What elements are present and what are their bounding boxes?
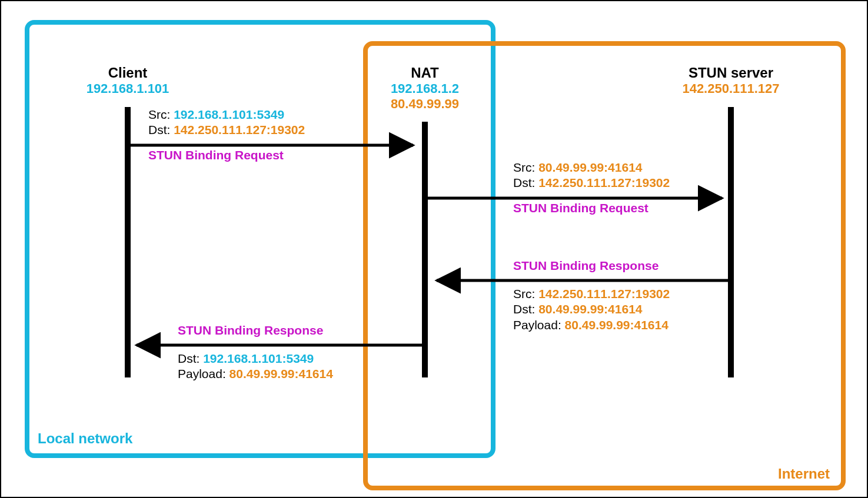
msg3-src: Src: 142.250.111.127:19302 bbox=[513, 286, 670, 302]
client-lifeline bbox=[125, 107, 131, 377]
msg4-dst: Dst: 192.168.1.101:5349 bbox=[178, 351, 333, 366]
client-header: Client 192.168.1.101 bbox=[69, 65, 187, 96]
nat-header: NAT 192.168.1.2 80.49.99.99 bbox=[366, 65, 484, 112]
stun-header: STUN server 142.250.111.127 bbox=[654, 65, 807, 96]
msg2-dst: Dst: 142.250.111.127:19302 bbox=[513, 175, 670, 190]
stun-lifeline bbox=[728, 107, 734, 377]
msg4-payload: Payload: 80.49.99.99:41614 bbox=[178, 366, 333, 382]
local-network-label: Local network bbox=[38, 430, 132, 447]
msg3-dst: Dst: 80.49.99.99:41614 bbox=[513, 302, 670, 317]
msg1-dst: Dst: 142.250.111.127:19302 bbox=[148, 122, 305, 138]
msg1-block: Src: 192.168.1.101:5349 Dst: 142.250.111… bbox=[148, 107, 305, 138]
msg4-name: STUN Binding Response bbox=[178, 323, 323, 337]
nat-public-ip: 80.49.99.99 bbox=[366, 96, 484, 112]
stun-public-ip: 142.250.111.127 bbox=[654, 81, 807, 96]
msg3-name: STUN Binding Response bbox=[513, 259, 659, 273]
internet-label: Internet bbox=[778, 466, 830, 482]
msg2-block: Src: 80.49.99.99:41614 Dst: 142.250.111.… bbox=[513, 160, 670, 191]
nat-title: NAT bbox=[366, 65, 484, 81]
msg1-src: Src: 192.168.1.101:5349 bbox=[148, 107, 305, 122]
stun-title: STUN server bbox=[654, 65, 807, 81]
msg4-block: Dst: 192.168.1.101:5349 Payload: 80.49.9… bbox=[178, 351, 333, 382]
diagram-canvas: Local network Internet Client 192.168.1.… bbox=[0, 0, 868, 498]
msg2-src: Src: 80.49.99.99:41614 bbox=[513, 160, 670, 175]
nat-lifeline bbox=[422, 122, 428, 377]
msg2-name: STUN Binding Request bbox=[513, 201, 648, 215]
msg3-payload: Payload: 80.49.99.99:41614 bbox=[513, 317, 670, 333]
msg3-block: Src: 142.250.111.127:19302 Dst: 80.49.99… bbox=[513, 286, 670, 333]
nat-local-ip: 192.168.1.2 bbox=[366, 81, 484, 96]
client-local-ip: 192.168.1.101 bbox=[69, 81, 187, 96]
client-title: Client bbox=[69, 65, 187, 81]
msg1-name: STUN Binding Request bbox=[148, 148, 284, 162]
